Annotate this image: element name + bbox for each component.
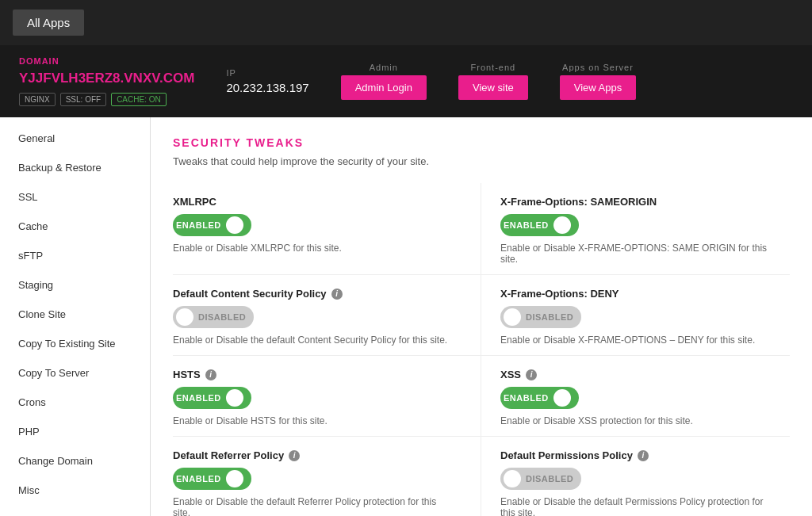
ip-label: IP xyxy=(226,68,308,78)
tweak-csp-name: Default Content Security Policy i xyxy=(173,288,455,300)
tweak-permissions-circle xyxy=(504,470,521,487)
all-apps-button[interactable]: All Apps xyxy=(13,10,84,36)
content-area: SECURITY TWEAKS Tweaks that could help i… xyxy=(151,117,812,516)
tweak-csp-circle xyxy=(176,308,193,326)
section-title: SECURITY TWEAKS xyxy=(173,136,790,149)
tweak-csp: Default Content Security Policy i DISABL… xyxy=(173,275,481,356)
sidebar-item-backup[interactable]: Backup & Restore xyxy=(0,153,150,182)
tweak-xframe-deny-toggle-container[interactable]: DISABLED xyxy=(500,306,777,328)
tweak-xframe-sameorigin-desc: Enable or Disable X-FRAME-OPTIONS: SAME … xyxy=(500,243,777,265)
tweak-xframe-sameorigin-toggle[interactable]: ENABLED xyxy=(500,214,579,236)
sidebar: General Backup & Restore SSL Cache sFTP … xyxy=(0,117,151,516)
tweak-xframe-deny-desc: Enable or Disable X-FRAME-OPTIONS – DENY… xyxy=(500,334,777,346)
apps-section: Apps on Server View Apps xyxy=(560,63,636,100)
sidebar-item-crons[interactable]: Crons xyxy=(0,388,150,417)
tweak-xframe-deny-toggle[interactable]: DISABLED xyxy=(500,306,581,328)
tweak-referrer-label: ENABLED xyxy=(176,474,221,484)
tweak-xss-info-icon[interactable]: i xyxy=(526,369,537,380)
tweak-csp-desc: Enable or Disable the default Content Se… xyxy=(173,334,455,346)
tweak-hsts-info-icon[interactable]: i xyxy=(205,369,216,380)
tweak-xframe-sameorigin-circle xyxy=(553,216,571,234)
tweak-hsts-toggle-container[interactable]: ENABLED xyxy=(173,387,455,409)
sidebar-item-ssl[interactable]: SSL xyxy=(0,182,150,212)
tweak-hsts-desc: Enable or Disable HSTS for this site. xyxy=(173,415,455,426)
sidebar-item-copy-server[interactable]: Copy To Server xyxy=(0,358,150,388)
tweak-referrer-desc: Enable or Disable the default Referrer P… xyxy=(173,496,455,516)
tweak-hsts-circle xyxy=(226,389,243,407)
tweak-csp-info-icon[interactable]: i xyxy=(331,289,343,300)
sidebar-item-sftp[interactable]: sFTP xyxy=(0,241,150,270)
tweak-xss-desc: Enable or Disable XSS protection for thi… xyxy=(500,415,777,426)
sidebar-item-staging[interactable]: Staging xyxy=(0,270,150,300)
view-site-button[interactable]: View site xyxy=(458,75,528,100)
tweak-xframe-deny-circle xyxy=(504,308,521,326)
tweak-xmlrpc-name: XMLRPC xyxy=(173,196,455,208)
tweak-xss-name: XSS i xyxy=(500,369,777,380)
domain-section: DOMAIN YJJFVLH3ERZ8.VNXV.COM NGINX SSL: … xyxy=(19,56,194,106)
tweak-hsts-label: ENABLED xyxy=(176,393,221,403)
admin-section: Admin Admin Login xyxy=(341,63,427,100)
view-apps-button[interactable]: View Apps xyxy=(560,75,636,100)
tweak-xframe-sameorigin: X-Frame-Options: SAMEORIGIN ENABLED Enab… xyxy=(481,183,790,275)
tweak-referrer-name: Default Referrer Policy i xyxy=(173,449,455,461)
frontend-section: Front-end View site xyxy=(458,63,528,100)
tweak-permissions: Default Permissions Policy i DISABLED En… xyxy=(481,437,790,516)
tweak-permissions-info-icon[interactable]: i xyxy=(638,450,649,461)
tweak-xmlrpc: XMLRPC ENABLED Enable or Disable XMLRPC … xyxy=(173,183,481,275)
tweak-hsts-name: HSTS i xyxy=(173,369,455,380)
tweak-permissions-label: DISABLED xyxy=(526,474,573,484)
tweak-permissions-desc: Enable or Disable the default Permission… xyxy=(500,496,777,516)
tweak-permissions-toggle[interactable]: DISABLED xyxy=(500,468,581,490)
tweak-xframe-deny-label: DISABLED xyxy=(526,312,573,322)
tweak-xframe-deny: X-Frame-Options: DENY DISABLED Enable or… xyxy=(481,275,790,356)
tweak-xframe-sameorigin-label: ENABLED xyxy=(504,220,549,230)
main-layout: General Backup & Restore SSL Cache sFTP … xyxy=(0,117,812,516)
tweak-xframe-sameorigin-toggle-container[interactable]: ENABLED xyxy=(500,214,777,236)
sidebar-item-copy-existing[interactable]: Copy To Existing Site xyxy=(0,329,150,358)
tweak-xmlrpc-toggle-circle xyxy=(226,216,243,234)
tweak-permissions-name: Default Permissions Policy i xyxy=(500,449,777,461)
tweak-hsts: HSTS i ENABLED Enable or Disable HSTS fo… xyxy=(173,356,481,437)
badge-ssl: SSL: OFF xyxy=(60,93,106,106)
domain-badges: NGINX SSL: OFF CACHE: ON xyxy=(19,93,194,106)
section-desc: Tweaks that could help improve the secur… xyxy=(173,155,790,167)
tweak-xss-circle xyxy=(553,389,571,407)
tweak-xmlrpc-toggle-label: ENABLED xyxy=(176,220,221,230)
admin-label: Admin xyxy=(370,63,398,72)
tweak-csp-label: DISABLED xyxy=(198,312,246,322)
tweak-referrer-circle xyxy=(226,470,243,487)
tweak-referrer: Default Referrer Policy i ENABLED Enable… xyxy=(173,437,481,516)
domain-label: DOMAIN xyxy=(19,56,194,66)
badge-cache: CACHE: ON xyxy=(111,93,167,106)
tweak-hsts-toggle[interactable]: ENABLED xyxy=(173,387,251,409)
tweak-csp-toggle-container[interactable]: DISABLED xyxy=(173,306,455,328)
tweak-referrer-info-icon[interactable]: i xyxy=(289,450,300,461)
tweak-xss-toggle-container[interactable]: ENABLED xyxy=(500,387,777,409)
tweak-referrer-toggle[interactable]: ENABLED xyxy=(173,468,251,490)
tweak-referrer-toggle-container[interactable]: ENABLED xyxy=(173,468,455,490)
tweak-permissions-toggle-container[interactable]: DISABLED xyxy=(500,468,777,490)
tweak-xss-label: ENABLED xyxy=(504,393,549,403)
tweak-xframe-deny-name: X-Frame-Options: DENY xyxy=(500,288,777,300)
domain-bar: DOMAIN YJJFVLH3ERZ8.VNXV.COM NGINX SSL: … xyxy=(0,45,812,117)
ip-value: 20.232.138.197 xyxy=(226,81,308,94)
tweak-xmlrpc-toggle[interactable]: ENABLED xyxy=(173,214,251,236)
sidebar-item-php[interactable]: PHP xyxy=(0,417,150,446)
frontend-label: Front-end xyxy=(471,63,516,72)
sidebar-item-cache[interactable]: Cache xyxy=(0,212,150,241)
sidebar-item-change-domain[interactable]: Change Domain xyxy=(0,446,150,476)
sidebar-item-misc[interactable]: Misc xyxy=(0,476,150,505)
sidebar-item-clone[interactable]: Clone Site xyxy=(0,300,150,329)
tweak-csp-toggle[interactable]: DISABLED xyxy=(173,306,254,328)
tweak-xss-toggle[interactable]: ENABLED xyxy=(500,387,579,409)
apps-label: Apps on Server xyxy=(562,63,634,72)
badge-nginx: NGINX xyxy=(19,93,56,106)
tweak-xmlrpc-toggle-container[interactable]: ENABLED xyxy=(173,214,455,236)
top-bar: All Apps xyxy=(0,0,812,45)
tweaks-grid: XMLRPC ENABLED Enable or Disable XMLRPC … xyxy=(173,183,790,516)
domain-name: YJJFVLH3ERZ8.VNXV.COM xyxy=(19,71,194,86)
tweak-xss: XSS i ENABLED Enable or Disable XSS prot… xyxy=(481,356,790,437)
admin-login-button[interactable]: Admin Login xyxy=(341,75,427,100)
tweak-xframe-sameorigin-name: X-Frame-Options: SAMEORIGIN xyxy=(500,196,777,208)
sidebar-item-general[interactable]: General xyxy=(0,124,150,153)
